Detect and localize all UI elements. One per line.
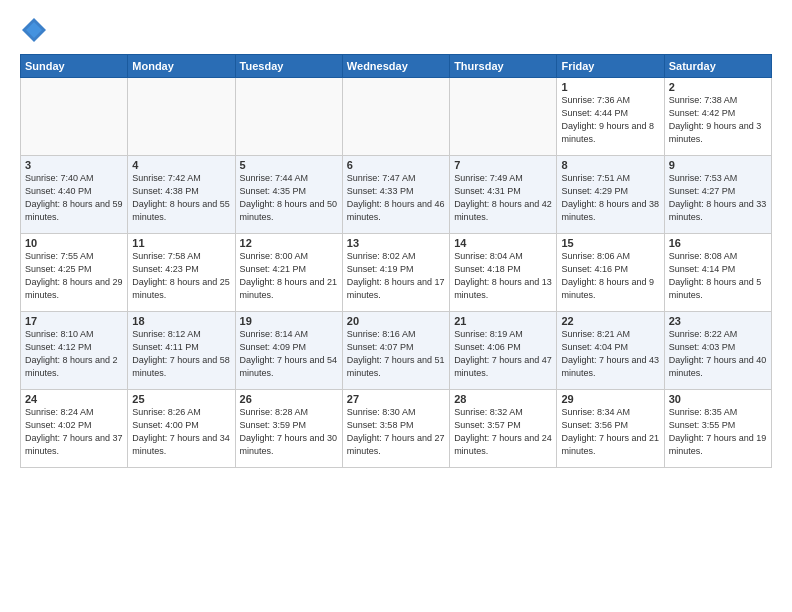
- day-info: Sunrise: 8:10 AM Sunset: 4:12 PM Dayligh…: [25, 328, 123, 380]
- calendar-cell: 19Sunrise: 8:14 AM Sunset: 4:09 PM Dayli…: [235, 312, 342, 390]
- calendar-cell: 20Sunrise: 8:16 AM Sunset: 4:07 PM Dayli…: [342, 312, 449, 390]
- week-row-3: 10Sunrise: 7:55 AM Sunset: 4:25 PM Dayli…: [21, 234, 772, 312]
- calendar-cell: 25Sunrise: 8:26 AM Sunset: 4:00 PM Dayli…: [128, 390, 235, 468]
- day-number: 20: [347, 315, 445, 327]
- day-number: 9: [669, 159, 767, 171]
- day-info: Sunrise: 7:47 AM Sunset: 4:33 PM Dayligh…: [347, 172, 445, 224]
- day-number: 12: [240, 237, 338, 249]
- day-number: 26: [240, 393, 338, 405]
- calendar-cell: 30Sunrise: 8:35 AM Sunset: 3:55 PM Dayli…: [664, 390, 771, 468]
- calendar-cell: 1Sunrise: 7:36 AM Sunset: 4:44 PM Daylig…: [557, 78, 664, 156]
- header: [20, 16, 772, 44]
- day-number: 30: [669, 393, 767, 405]
- day-number: 25: [132, 393, 230, 405]
- day-info: Sunrise: 7:49 AM Sunset: 4:31 PM Dayligh…: [454, 172, 552, 224]
- day-info: Sunrise: 8:21 AM Sunset: 4:04 PM Dayligh…: [561, 328, 659, 380]
- day-info: Sunrise: 7:53 AM Sunset: 4:27 PM Dayligh…: [669, 172, 767, 224]
- week-row-1: 1Sunrise: 7:36 AM Sunset: 4:44 PM Daylig…: [21, 78, 772, 156]
- day-number: 18: [132, 315, 230, 327]
- weekday-header-row: SundayMondayTuesdayWednesdayThursdayFrid…: [21, 55, 772, 78]
- calendar-cell: [342, 78, 449, 156]
- weekday-header-monday: Monday: [128, 55, 235, 78]
- day-info: Sunrise: 8:04 AM Sunset: 4:18 PM Dayligh…: [454, 250, 552, 302]
- day-info: Sunrise: 8:24 AM Sunset: 4:02 PM Dayligh…: [25, 406, 123, 458]
- weekday-header-tuesday: Tuesday: [235, 55, 342, 78]
- calendar-table: SundayMondayTuesdayWednesdayThursdayFrid…: [20, 54, 772, 468]
- page: SundayMondayTuesdayWednesdayThursdayFrid…: [0, 0, 792, 612]
- day-info: Sunrise: 8:02 AM Sunset: 4:19 PM Dayligh…: [347, 250, 445, 302]
- day-info: Sunrise: 8:12 AM Sunset: 4:11 PM Dayligh…: [132, 328, 230, 380]
- day-info: Sunrise: 8:14 AM Sunset: 4:09 PM Dayligh…: [240, 328, 338, 380]
- calendar-cell: 29Sunrise: 8:34 AM Sunset: 3:56 PM Dayli…: [557, 390, 664, 468]
- calendar-cell: 22Sunrise: 8:21 AM Sunset: 4:04 PM Dayli…: [557, 312, 664, 390]
- day-info: Sunrise: 8:35 AM Sunset: 3:55 PM Dayligh…: [669, 406, 767, 458]
- calendar-cell: 18Sunrise: 8:12 AM Sunset: 4:11 PM Dayli…: [128, 312, 235, 390]
- day-number: 22: [561, 315, 659, 327]
- calendar-cell: 10Sunrise: 7:55 AM Sunset: 4:25 PM Dayli…: [21, 234, 128, 312]
- calendar-cell: 15Sunrise: 8:06 AM Sunset: 4:16 PM Dayli…: [557, 234, 664, 312]
- day-info: Sunrise: 7:55 AM Sunset: 4:25 PM Dayligh…: [25, 250, 123, 302]
- week-row-2: 3Sunrise: 7:40 AM Sunset: 4:40 PM Daylig…: [21, 156, 772, 234]
- day-info: Sunrise: 7:40 AM Sunset: 4:40 PM Dayligh…: [25, 172, 123, 224]
- day-number: 3: [25, 159, 123, 171]
- calendar-cell: 13Sunrise: 8:02 AM Sunset: 4:19 PM Dayli…: [342, 234, 449, 312]
- day-info: Sunrise: 7:51 AM Sunset: 4:29 PM Dayligh…: [561, 172, 659, 224]
- weekday-header-wednesday: Wednesday: [342, 55, 449, 78]
- day-info: Sunrise: 8:22 AM Sunset: 4:03 PM Dayligh…: [669, 328, 767, 380]
- day-info: Sunrise: 8:16 AM Sunset: 4:07 PM Dayligh…: [347, 328, 445, 380]
- calendar-cell: 21Sunrise: 8:19 AM Sunset: 4:06 PM Dayli…: [450, 312, 557, 390]
- day-number: 16: [669, 237, 767, 249]
- day-number: 19: [240, 315, 338, 327]
- day-info: Sunrise: 8:32 AM Sunset: 3:57 PM Dayligh…: [454, 406, 552, 458]
- day-info: Sunrise: 7:36 AM Sunset: 4:44 PM Dayligh…: [561, 94, 659, 146]
- calendar-cell: 23Sunrise: 8:22 AM Sunset: 4:03 PM Dayli…: [664, 312, 771, 390]
- day-number: 24: [25, 393, 123, 405]
- day-info: Sunrise: 8:28 AM Sunset: 3:59 PM Dayligh…: [240, 406, 338, 458]
- day-info: Sunrise: 7:42 AM Sunset: 4:38 PM Dayligh…: [132, 172, 230, 224]
- weekday-header-friday: Friday: [557, 55, 664, 78]
- calendar-cell: 14Sunrise: 8:04 AM Sunset: 4:18 PM Dayli…: [450, 234, 557, 312]
- calendar-cell: 27Sunrise: 8:30 AM Sunset: 3:58 PM Dayli…: [342, 390, 449, 468]
- day-info: Sunrise: 8:06 AM Sunset: 4:16 PM Dayligh…: [561, 250, 659, 302]
- day-info: Sunrise: 8:26 AM Sunset: 4:00 PM Dayligh…: [132, 406, 230, 458]
- weekday-header-saturday: Saturday: [664, 55, 771, 78]
- day-info: Sunrise: 8:08 AM Sunset: 4:14 PM Dayligh…: [669, 250, 767, 302]
- day-number: 8: [561, 159, 659, 171]
- day-number: 29: [561, 393, 659, 405]
- calendar-cell: 4Sunrise: 7:42 AM Sunset: 4:38 PM Daylig…: [128, 156, 235, 234]
- calendar-cell: [450, 78, 557, 156]
- calendar-cell: 24Sunrise: 8:24 AM Sunset: 4:02 PM Dayli…: [21, 390, 128, 468]
- calendar-cell: 7Sunrise: 7:49 AM Sunset: 4:31 PM Daylig…: [450, 156, 557, 234]
- day-number: 13: [347, 237, 445, 249]
- calendar-cell: 11Sunrise: 7:58 AM Sunset: 4:23 PM Dayli…: [128, 234, 235, 312]
- calendar-cell: 5Sunrise: 7:44 AM Sunset: 4:35 PM Daylig…: [235, 156, 342, 234]
- day-number: 4: [132, 159, 230, 171]
- calendar-cell: 2Sunrise: 7:38 AM Sunset: 4:42 PM Daylig…: [664, 78, 771, 156]
- day-number: 2: [669, 81, 767, 93]
- day-number: 28: [454, 393, 552, 405]
- day-number: 17: [25, 315, 123, 327]
- calendar-cell: [21, 78, 128, 156]
- day-info: Sunrise: 8:34 AM Sunset: 3:56 PM Dayligh…: [561, 406, 659, 458]
- calendar-cell: 17Sunrise: 8:10 AM Sunset: 4:12 PM Dayli…: [21, 312, 128, 390]
- week-row-5: 24Sunrise: 8:24 AM Sunset: 4:02 PM Dayli…: [21, 390, 772, 468]
- day-info: Sunrise: 8:00 AM Sunset: 4:21 PM Dayligh…: [240, 250, 338, 302]
- day-info: Sunrise: 7:58 AM Sunset: 4:23 PM Dayligh…: [132, 250, 230, 302]
- day-number: 1: [561, 81, 659, 93]
- day-number: 10: [25, 237, 123, 249]
- day-number: 5: [240, 159, 338, 171]
- weekday-header-sunday: Sunday: [21, 55, 128, 78]
- week-row-4: 17Sunrise: 8:10 AM Sunset: 4:12 PM Dayli…: [21, 312, 772, 390]
- calendar-cell: [128, 78, 235, 156]
- calendar-cell: 8Sunrise: 7:51 AM Sunset: 4:29 PM Daylig…: [557, 156, 664, 234]
- day-number: 14: [454, 237, 552, 249]
- day-number: 11: [132, 237, 230, 249]
- day-number: 6: [347, 159, 445, 171]
- calendar-cell: 3Sunrise: 7:40 AM Sunset: 4:40 PM Daylig…: [21, 156, 128, 234]
- day-info: Sunrise: 8:30 AM Sunset: 3:58 PM Dayligh…: [347, 406, 445, 458]
- calendar-cell: 16Sunrise: 8:08 AM Sunset: 4:14 PM Dayli…: [664, 234, 771, 312]
- logo-icon: [20, 16, 48, 44]
- day-number: 15: [561, 237, 659, 249]
- calendar-cell: [235, 78, 342, 156]
- day-number: 7: [454, 159, 552, 171]
